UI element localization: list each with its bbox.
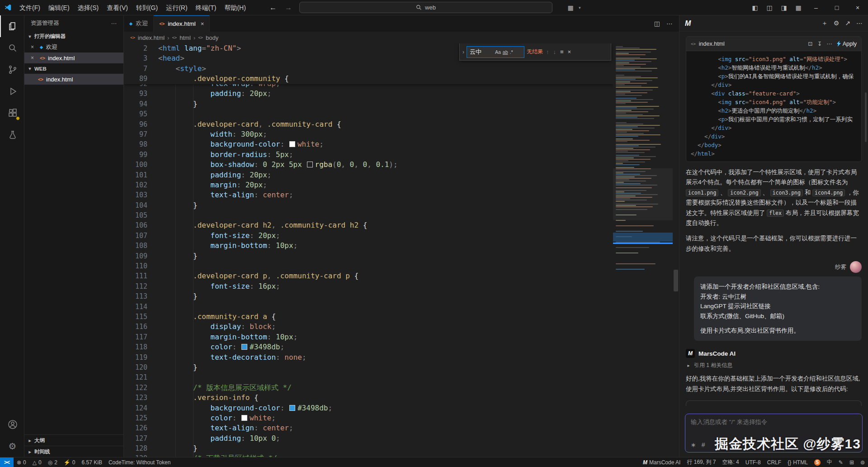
status-grid[interactable]: ⊞ — [846, 457, 857, 467]
code-token: white — [250, 414, 271, 422]
reference-toggle[interactable]: ▸ 引用 1 相关信息 — [686, 362, 862, 369]
close-editor-icon[interactable]: × — [31, 55, 37, 61]
skills-icon[interactable]: ∗ — [691, 441, 696, 448]
chat-input[interactable] — [691, 419, 857, 425]
menu-item[interactable]: 编辑(E) — [44, 0, 74, 15]
outline-section[interactable]: ▸ 大纲 — [24, 434, 123, 446]
customize-layout-icon[interactable]: ▦ — [791, 4, 806, 11]
account-icon[interactable] — [0, 414, 24, 435]
explorer-icon[interactable] — [0, 15, 24, 37]
maximize-icon[interactable]: □ — [826, 0, 847, 15]
source-control-icon[interactable] — [0, 59, 24, 81]
tab-欢迎[interactable]: ◆欢迎 — [124, 15, 154, 32]
status-file-size[interactable]: 6.57 KiB — [79, 457, 105, 467]
code-line: 102 margin: 20px; — [124, 180, 613, 190]
status-notifications[interactable]: ⊚ — [857, 457, 868, 467]
split-editor-icon[interactable]: ◫ — [654, 20, 660, 27]
editor-scrollbar[interactable] — [673, 43, 679, 457]
card-more-icon[interactable]: ⋯ — [826, 40, 832, 47]
status-bolt[interactable]: ⚡0 — [61, 457, 79, 467]
minimap-line — [616, 231, 643, 232]
toggle-sidebar-icon[interactable]: ◧ — [748, 4, 762, 11]
close-tab-icon[interactable]: × — [201, 20, 204, 27]
apply-button[interactable]: Apply — [837, 41, 857, 47]
status-codetime[interactable]: CodeTime: Without Token — [105, 457, 174, 467]
menu-item[interactable]: 查看(V) — [103, 0, 132, 15]
menu-item[interactable]: 运行(R) — [162, 0, 191, 15]
status-s-extension[interactable]: S — [811, 457, 824, 467]
prev-match-icon[interactable]: ↑ — [545, 48, 550, 55]
status-edit[interactable]: ✎ — [835, 457, 846, 467]
list-item[interactable]: ×◆欢迎 — [24, 42, 123, 52]
status-encoding[interactable]: UTF-8 — [742, 457, 764, 467]
open-editors-header[interactable]: ▾ 打开的编辑器 — [24, 31, 123, 42]
list-item[interactable]: ×<>index.html — [24, 52, 123, 63]
minimize-icon[interactable]: – — [806, 0, 826, 15]
code-line: 127 padding: 10px 0; — [124, 434, 613, 443]
status-eol[interactable]: CRLF — [764, 457, 784, 467]
menu-item[interactable]: 转到(G) — [132, 0, 162, 15]
test-flask-icon[interactable] — [0, 124, 24, 146]
regex-icon[interactable]: .* — [509, 49, 514, 55]
status-language-mode[interactable]: {}HTML — [784, 457, 811, 467]
file-label: 欢迎 — [46, 43, 57, 51]
menu-item[interactable]: 终端(T) — [192, 0, 221, 15]
find-query-input[interactable] — [470, 48, 494, 55]
code-line: 122 /* 版本信息展示区域样式 */ — [124, 383, 613, 393]
close-editor-icon[interactable]: × — [31, 44, 37, 50]
find-in-selection-icon[interactable]: ≡ — [559, 48, 565, 55]
context-hash-icon[interactable]: # — [702, 441, 705, 448]
status-errors[interactable]: ⊗0 — [14, 457, 29, 467]
code-token: center — [263, 191, 289, 199]
command-center-search[interactable]: web — [299, 2, 552, 13]
menu-item[interactable]: 文件(F) — [15, 0, 44, 15]
insert-icon[interactable]: ↧ — [817, 40, 822, 47]
new-chat-icon[interactable]: ＋ — [821, 19, 828, 28]
sidebar-more-icon[interactable]: ⋯ — [111, 20, 118, 27]
code-editor[interactable]: 92 flex-wrap: wrap;93 padding: 20px;94 }… — [124, 43, 679, 457]
toggle-secondary-sidebar-icon[interactable]: ◨ — [777, 4, 791, 11]
share-icon[interactable]: ↗ — [845, 19, 850, 28]
settings-gear-icon[interactable]: ⚙ — [0, 435, 24, 457]
status-remote[interactable]: >< — [0, 457, 14, 467]
toggle-panel-icon[interactable]: ◫ — [762, 4, 777, 11]
copy-icon[interactable]: ⊡ — [808, 40, 812, 47]
layout-grid-icon[interactable]: ▦ — [563, 4, 578, 11]
timeline-section[interactable]: ▸ 时间线 — [24, 446, 123, 457]
list-item[interactable]: <>index.html — [24, 74, 123, 85]
match-case-icon[interactable]: Aa — [494, 49, 502, 55]
status-marscode[interactable]: MMarsCode AI — [640, 457, 684, 467]
status-indentation[interactable]: 空格: 4 — [719, 457, 742, 467]
toggle-replace-icon[interactable]: › — [462, 49, 464, 55]
next-match-icon[interactable]: ↓ — [552, 48, 557, 55]
menu-item[interactable]: 选择(S) — [74, 0, 103, 15]
find-input[interactable]: Aa ab .* — [467, 46, 524, 58]
panel-more-icon[interactable]: ⋯ — [856, 19, 863, 28]
tab-index.html[interactable]: <>index.html× — [154, 15, 210, 32]
search-sidebar-icon[interactable] — [0, 37, 24, 59]
extensions-icon[interactable] — [0, 102, 24, 124]
code-line: 97 width: 300px; — [124, 129, 613, 139]
status-warnings[interactable]: △0 — [29, 457, 45, 467]
back-icon[interactable]: ← — [269, 4, 278, 12]
status-ports[interactable]: ◎2 — [45, 457, 61, 467]
editor-more-actions-icon[interactable]: ⋯ — [666, 20, 673, 27]
run-debug-icon[interactable] — [0, 81, 24, 102]
folder-header[interactable]: ▾ WEB — [24, 63, 123, 74]
chat-scroll-area[interactable]: <> index.html ⊡ ↧ ⋯ Apply <img src="icon… — [679, 32, 868, 410]
code-token: padding — [211, 171, 241, 179]
close-icon[interactable]: × — [847, 0, 868, 15]
status-cursor-position[interactable]: 行 169, 列 7 — [684, 457, 719, 467]
chevron-down-icon[interactable]: ▾ — [579, 5, 581, 10]
scrollbar-thumb[interactable] — [674, 270, 678, 291]
panel-scrollbar[interactable] — [864, 33, 868, 407]
menu-item[interactable]: 帮助(H) — [220, 0, 250, 15]
minimap[interactable] — [613, 43, 673, 457]
breadcrumb[interactable]: <>index.html›<>html›<>body — [124, 32, 679, 43]
close-find-icon[interactable]: × — [567, 48, 572, 55]
whole-word-icon[interactable]: ab — [502, 49, 509, 55]
panel-settings-icon[interactable]: ⚙ — [834, 19, 840, 28]
forward-icon[interactable]: → — [284, 4, 293, 12]
code-token: </ — [711, 124, 718, 131]
status-ime[interactable]: 中 — [824, 457, 835, 467]
